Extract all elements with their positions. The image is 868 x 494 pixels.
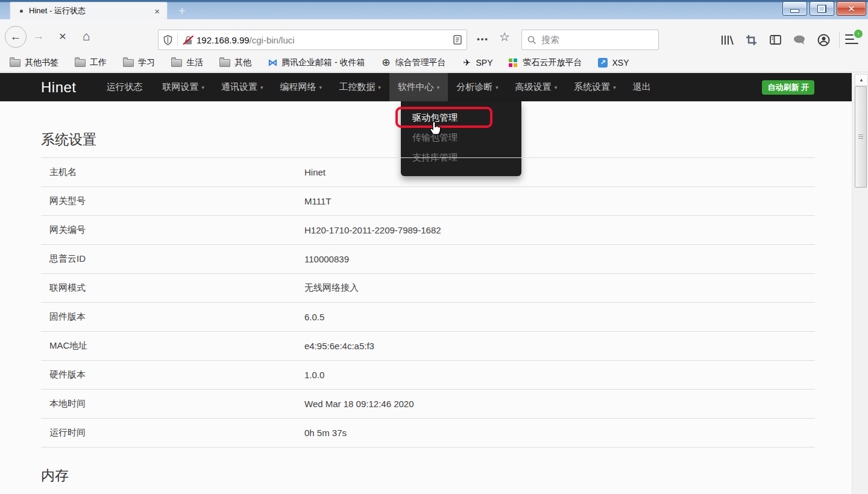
bookmark-item[interactable]: 腾讯企业邮箱 - 收件箱 [268, 57, 365, 68]
row-label: 联网模式 [41, 282, 304, 294]
site-nav-label: 分析诊断 [456, 81, 492, 93]
site-nav-item[interactable]: 编程网络 ▾ [272, 73, 331, 101]
bookmark-item[interactable]: 综合管理平台 [381, 57, 445, 68]
site-nav-item[interactable]: 通讯设置 ▾ [213, 73, 272, 101]
sidebar-icon[interactable] [768, 34, 782, 46]
scrollbar-thumb[interactable] [855, 86, 867, 188]
bookmark-label: 其他书签 [25, 57, 58, 68]
new-tab-button[interactable]: + [173, 2, 191, 19]
library-icon[interactable] [720, 34, 734, 46]
row-value: Wed Mar 18 09:12:46 2020 [304, 399, 414, 409]
bookmark-item[interactable]: 生活 [171, 57, 203, 68]
row-label: 运行时间 [41, 427, 304, 439]
auto-refresh-toggle[interactable]: 自动刷新 开 [762, 80, 814, 95]
site-nav-label: 高级设置 [515, 81, 552, 93]
reader-mode-icon[interactable] [453, 35, 462, 45]
insecure-lock-icon[interactable] [183, 35, 194, 45]
titlebar: Hinet - 运行状态 × + ✕ [0, 0, 868, 19]
chevron-down-icon: ▾ [495, 84, 498, 90]
tracking-shield-icon[interactable] [163, 35, 172, 45]
row-value: M111T [304, 196, 331, 206]
bookmark-item[interactable]: SPY [462, 58, 492, 68]
divider [177, 34, 178, 46]
row-label: 主机名 [41, 166, 304, 178]
site-nav-label: 软件中心 [398, 81, 434, 93]
home-button[interactable]: ⌂ [78, 28, 94, 44]
row-value: 无线网络接入 [304, 282, 359, 294]
row-label: 网关型号 [41, 195, 304, 207]
bookmark-item[interactable]: 其他书签 [10, 57, 58, 68]
folder-icon [219, 59, 230, 67]
stop-button[interactable]: × [55, 29, 70, 43]
browser-tab[interactable]: Hinet - 运行状态 × [10, 2, 168, 19]
site-nav-item[interactable]: 退出 [624, 73, 662, 101]
search-bar[interactable]: 搜索 [521, 30, 659, 50]
table-row: 硬件版本 1.0.0 [41, 360, 815, 389]
bookmark-item[interactable]: XSY [598, 58, 629, 68]
bookmark-label: 学习 [138, 57, 155, 68]
row-label: 固件版本 [41, 311, 304, 323]
bookmark-item[interactable]: 学习 [123, 57, 155, 68]
chevron-down-icon: ▾ [202, 84, 205, 90]
bookmark-label: 萤石云开放平台 [523, 57, 582, 68]
bookmark-item[interactable]: 工作 [75, 57, 107, 68]
scrollbar[interactable]: ▲ [852, 73, 868, 494]
window-controls: ✕ [782, 1, 866, 16]
page-content: 系统设置 主机名 Hinet 网关型号 M111T 网关编号 H [0, 101, 852, 494]
row-label: 思普云ID [41, 253, 304, 265]
memory-section-title: 内存 [41, 466, 852, 485]
site-nav-label: 系统设置 [574, 81, 610, 93]
chevron-down-icon: ▾ [437, 84, 440, 90]
account-icon[interactable] [816, 34, 831, 46]
tencent-mail-icon [268, 58, 277, 68]
table-row: 联网模式 无线网络接入 [41, 273, 815, 302]
url-text: 192.168.9.99/cgi-bin/luci [197, 35, 295, 45]
search-icon [527, 36, 536, 45]
site-logo[interactable]: Hinet [41, 79, 77, 96]
table-row: 运行时间 0h 5m 37s [41, 418, 815, 447]
scroll-up-arrow[interactable]: ▲ [855, 74, 868, 86]
chat-bubble-icon[interactable] [792, 34, 807, 46]
navigation-toolbar: ← → × ⌂ 192.168.9.99/cgi-bin/luci ••• ☆ … [0, 19, 868, 53]
table-row: 主机名 Hinet [41, 157, 815, 186]
bookmark-label: 工作 [90, 57, 107, 68]
bookmark-item[interactable]: 萤石云开放平台 [509, 57, 582, 68]
chevron-down-icon: ▾ [613, 84, 616, 90]
bookmark-item[interactable]: 其他 [219, 57, 251, 68]
close-icon: ✕ [848, 4, 855, 13]
site-nav-item[interactable]: 软件中心 ▾ [389, 73, 448, 101]
site-nav-item[interactable]: 分析诊断 ▾ [448, 73, 507, 101]
site-nav-item[interactable]: 工控数据 ▾ [330, 73, 389, 101]
page-viewport: Hinet 运行状态 联网设置 ▾ 通讯设置 ▾ [0, 73, 852, 494]
restore-button[interactable] [810, 1, 834, 16]
close-button[interactable]: ✕ [837, 1, 866, 16]
bookmark-star-icon[interactable]: ☆ [497, 30, 512, 44]
table-row: 固件版本 6.0.5 [41, 302, 815, 331]
bookmark-label: 其他 [234, 57, 251, 68]
address-bar[interactable]: 192.168.9.99/cgi-bin/luci [158, 30, 467, 50]
bookmark-label: SPY [476, 58, 492, 68]
site-nav-label: 退出 [633, 81, 651, 93]
row-value: 1.0.0 [304, 370, 324, 380]
forward-button[interactable]: → [31, 30, 46, 42]
table-row: 网关型号 M111T [41, 186, 815, 215]
url-path: /cgi-bin/luci [250, 35, 295, 45]
minimize-button[interactable] [782, 1, 807, 16]
site-nav-label: 运行状态 [107, 81, 143, 93]
row-label: 网关编号 [41, 224, 304, 236]
site-nav-item[interactable]: 联网设置 ▾ [154, 73, 213, 101]
row-value: e4:95:6e:4c:a5:f3 [304, 341, 374, 351]
row-label: 本地时间 [41, 398, 304, 410]
site-nav-item[interactable]: 运行状态 [98, 73, 154, 101]
tab-close-icon[interactable]: × [153, 5, 162, 17]
site-nav-label: 联网设置 [163, 81, 199, 93]
bookmark-label: 综合管理平台 [395, 57, 445, 68]
screenshot-crop-icon[interactable] [744, 34, 758, 46]
page-actions-icon[interactable]: ••• [474, 34, 492, 43]
bookmarks-bar: 其他书签 工作 学习 生活 其他 腾讯企 [0, 53, 868, 72]
back-button[interactable]: ← [5, 26, 27, 48]
site-nav-item[interactable]: 高级设置 ▾ [507, 73, 566, 101]
click-highlight-annotation [395, 107, 492, 128]
bookmark-label: XSY [612, 58, 629, 68]
site-nav-item[interactable]: 系统设置 ▾ [565, 73, 624, 101]
